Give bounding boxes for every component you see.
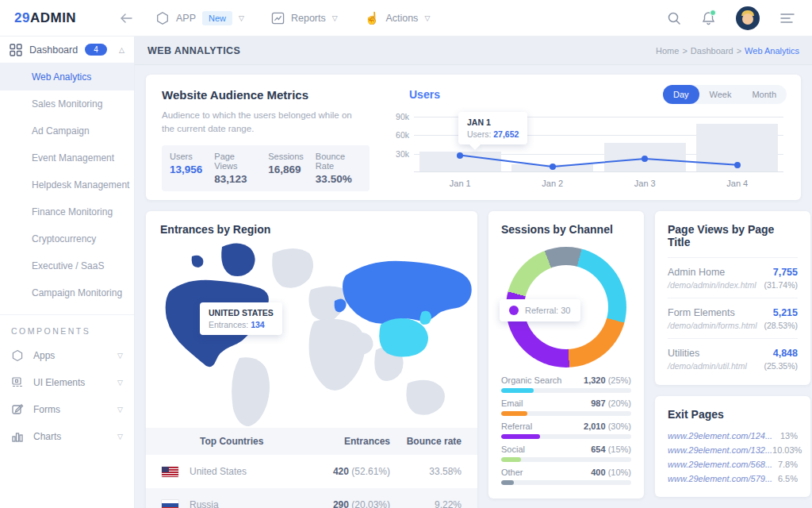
x-axis-label: Jan 3 bbox=[599, 179, 691, 188]
pageview-item[interactable]: Utilities/demo/admin/util.html4,848(25.3… bbox=[668, 339, 798, 379]
chevron-down-icon: ▽ bbox=[117, 352, 123, 360]
legend-progress-fill bbox=[501, 457, 521, 462]
sidebar-item-web-analytics[interactable]: Web Analytics bbox=[0, 64, 134, 90]
sidebar-item-cryptocurrency[interactable]: Cryptocurrency bbox=[0, 225, 134, 252]
legend-item-email[interactable]: Email987 (20%) bbox=[501, 398, 631, 416]
menu-app[interactable]: APP New ▽ bbox=[155, 11, 244, 25]
legend-progress-fill bbox=[501, 411, 527, 416]
audience-description: Audience to which the users belonged whi… bbox=[162, 109, 360, 137]
legend-item-organic-search[interactable]: Organic Search1,320 (25%) bbox=[501, 375, 631, 393]
users-chart-title: Users bbox=[409, 88, 440, 101]
entrances-title: Entrances by Region bbox=[146, 223, 477, 239]
x-axis-label: Jan 1 bbox=[414, 179, 507, 188]
app-logo[interactable]: 29ADMIN bbox=[0, 10, 119, 26]
range-button-day[interactable]: Day bbox=[663, 85, 699, 104]
page-title: WEB ANNALYTICS bbox=[147, 45, 240, 56]
x-axis-label: Jan 4 bbox=[691, 179, 784, 188]
data-point[interactable] bbox=[550, 164, 556, 170]
report-window-icon bbox=[271, 12, 285, 25]
legend-progress-fill bbox=[501, 388, 534, 393]
dashboard-row-2: Entrances by Region bbox=[146, 211, 801, 508]
users-chart-panel: Users Day Week Month JAN 1 Users: 27,652… bbox=[381, 75, 801, 200]
sidebar-item-executive-saas[interactable]: Executive / SaaS bbox=[0, 252, 134, 279]
exit-pages-title: Exit Pages bbox=[668, 408, 798, 421]
legend-progress-track bbox=[501, 411, 631, 416]
referral-color-dot bbox=[509, 306, 519, 315]
legend-item-social[interactable]: Social654 (15%) bbox=[501, 444, 631, 462]
sidebar-item-charts[interactable]: Charts▽ bbox=[0, 423, 134, 450]
sidebar-item-forms[interactable]: Forms▽ bbox=[0, 396, 134, 423]
search-icon[interactable] bbox=[667, 11, 681, 25]
ui-grid-icon bbox=[11, 376, 24, 389]
sidebar-item-ui-elements[interactable]: UI Elements▽ bbox=[0, 369, 134, 396]
exit-page-link[interactable]: www.29element.com/568... bbox=[668, 460, 772, 469]
sidebar-item-event-management[interactable]: Event Management bbox=[0, 144, 134, 171]
stat-page-views: Page Views 83,123 bbox=[214, 152, 256, 185]
breadcrumb-dashboard[interactable]: Dashboard bbox=[691, 46, 733, 56]
exit-page-row: www.29element.com/579...6.5% bbox=[668, 471, 798, 486]
sidebar-item-sales-monitoring[interactable]: Sales Monitoring bbox=[0, 90, 134, 117]
sidebar-dashboard-submenu: Web AnalyticsSales MonitoringAd Campaign… bbox=[0, 64, 134, 306]
menu-reports[interactable]: Reports ▽ bbox=[271, 12, 338, 25]
data-point[interactable] bbox=[642, 156, 648, 162]
right-column: Page Views by Page Title Admin Home/demo… bbox=[655, 211, 810, 497]
audience-title: Website Audience Metrics bbox=[162, 88, 370, 102]
exit-page-link[interactable]: www.29element.com/132... bbox=[668, 445, 772, 455]
sessions-donut-chart[interactable]: Referral: 30 bbox=[506, 247, 626, 368]
audience-metrics-card: Website Audience Metrics Audience to whi… bbox=[146, 75, 801, 200]
legend-item-other[interactable]: Other400 (10%) bbox=[501, 468, 631, 485]
align-menu-icon[interactable] bbox=[780, 13, 795, 24]
sidebar-item-campaign-monitoring[interactable]: Campaign Monitoring bbox=[0, 279, 134, 306]
logo-accent: 29 bbox=[14, 10, 30, 25]
table-row[interactable]: Russia290 (20.03%)9.22% bbox=[146, 488, 477, 508]
sidebar-item-dashboard[interactable]: Dashboard 4 △ bbox=[0, 37, 134, 64]
notifications-bell-icon[interactable] bbox=[702, 11, 715, 25]
range-button-week[interactable]: Week bbox=[699, 85, 742, 104]
menu-actions[interactable]: ☝ Actions ▽ bbox=[365, 11, 431, 25]
exit-page-link[interactable]: www.29element.com/124... bbox=[668, 431, 772, 441]
range-toggle-group: Day Week Month bbox=[663, 85, 787, 104]
hexagon-icon bbox=[11, 349, 24, 362]
chart-tooltip: JAN 1 Users: 27,652 bbox=[458, 112, 527, 144]
chevron-down-icon: ▽ bbox=[239, 14, 244, 22]
pageview-item[interactable]: Admin Home/demo/admin/index.html7,755(31… bbox=[668, 258, 798, 298]
world-map-svg bbox=[146, 239, 477, 428]
audience-stats-row: Users 13,956 Page Views 83,123 Sessions … bbox=[162, 145, 370, 191]
y-axis-tick: 30k bbox=[389, 149, 409, 159]
y-axis-tick: 90k bbox=[389, 112, 409, 121]
edit-icon bbox=[11, 403, 24, 416]
chevron-down-icon: ▽ bbox=[332, 14, 338, 22]
breadcrumb-home[interactable]: Home bbox=[656, 46, 679, 56]
sidebar-collapse-icon[interactable] bbox=[119, 12, 135, 25]
legend-progress-track bbox=[501, 434, 631, 439]
sidebar-item-ad-campaign[interactable]: Ad Campaign bbox=[0, 117, 134, 144]
world-map[interactable]: UNITED STATES Entrances: 134 bbox=[146, 239, 477, 428]
chart-x-axis-labels: Jan 1Jan 2Jan 3Jan 4 bbox=[414, 179, 783, 188]
y-axis-tick: 60k bbox=[389, 130, 409, 140]
entrances-by-region-card: Entrances by Region bbox=[146, 211, 477, 508]
sidebar-item-apps[interactable]: Apps▽ bbox=[0, 342, 134, 369]
legend-progress-track bbox=[501, 457, 631, 462]
legend-progress-fill bbox=[501, 480, 514, 485]
sidebar-item-finance-monitoring[interactable]: Finance Monitoring bbox=[0, 198, 134, 225]
sidebar-section-label: COMPONENTS bbox=[0, 314, 134, 342]
countries-table-header: Top Countries Entrances Bounce rate bbox=[146, 428, 477, 455]
table-row[interactable]: United States420 (52.61%)33.58% bbox=[146, 455, 477, 488]
hexagon-icon bbox=[155, 11, 170, 25]
chevron-down-icon: ▽ bbox=[117, 433, 123, 441]
users-line-chart[interactable]: JAN 1 Users: 27,652 90k60k30k bbox=[414, 117, 783, 172]
navbar-right-group bbox=[667, 6, 812, 30]
legend-progress-track bbox=[501, 388, 631, 393]
pageview-item[interactable]: Form Elements/demo/admin/forms.html5,215… bbox=[668, 298, 798, 339]
hand-pointer-icon: ☝ bbox=[365, 11, 380, 25]
countries-table-body: United States420 (52.61%)33.58%Russia290… bbox=[146, 455, 477, 508]
data-point[interactable] bbox=[457, 152, 463, 159]
sidebar-item-helpdesk-management[interactable]: Helpdesk Management bbox=[0, 171, 134, 198]
range-button-month[interactable]: Month bbox=[741, 85, 787, 104]
data-point[interactable] bbox=[734, 162, 741, 168]
user-avatar[interactable] bbox=[736, 6, 760, 30]
top-navbar: 29ADMIN APP New ▽ Reports ▽ ☝ Actions ▽ bbox=[0, 0, 812, 37]
legend-item-referral[interactable]: Referral2,010 (30%) bbox=[501, 421, 631, 439]
exit-page-row: www.29element.com/132...10.03% bbox=[668, 443, 798, 457]
exit-page-link[interactable]: www.29element.com/579... bbox=[668, 474, 772, 483]
